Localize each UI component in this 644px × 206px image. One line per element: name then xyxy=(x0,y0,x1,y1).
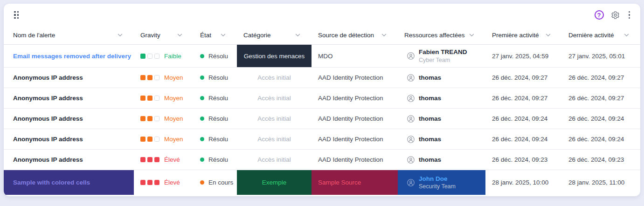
table-body: Email messages removed after deliveryFai… xyxy=(4,45,640,195)
chevron-down-icon[interactable] xyxy=(381,34,387,37)
gravity-square-icon xyxy=(140,54,145,59)
table-row[interactable]: Anonymous IP addressMoyenRésoluAccès ini… xyxy=(4,109,640,129)
settings-button[interactable] xyxy=(611,11,620,20)
resource-name: Fabien TREAND xyxy=(419,48,467,56)
resource-cell: Fabien TREANDCyber Team xyxy=(398,45,485,67)
column-header-last_activity[interactable]: Dernière activité xyxy=(562,26,640,44)
alert-name-cell: Anonymous IP address xyxy=(4,109,134,129)
gravity-label: Élevé xyxy=(164,179,180,186)
gravity-label: Moyen xyxy=(164,74,183,81)
first-activity-cell: 26 déc. 2024, 09:27 xyxy=(485,88,562,108)
user-icon xyxy=(407,136,415,143)
column-header-first_activity[interactable]: Première activité xyxy=(485,26,562,44)
chevron-down-icon[interactable] xyxy=(295,34,300,37)
category-label: Accès initial xyxy=(257,156,291,163)
source-label: AAD Identity Protection xyxy=(318,156,383,163)
status-label: Résolu xyxy=(208,136,228,143)
last-activity-cell: 26 déc. 2024, 09:27 xyxy=(562,68,640,88)
user-icon xyxy=(407,95,415,102)
first-activity-cell: 26 déc. 2024, 09:23 xyxy=(485,150,562,170)
status-dot-icon xyxy=(200,158,204,162)
resource-name: thomas xyxy=(419,156,441,164)
chevron-down-icon[interactable] xyxy=(118,34,123,37)
gravity-square-icon xyxy=(140,137,145,142)
column-header-label: Gravity xyxy=(140,32,160,39)
help-button[interactable]: ? xyxy=(595,10,604,20)
source-cell: AAD Identity Protection xyxy=(312,68,398,88)
table-header: Nom de l'alerteGravityÉtatCatégorieSourc… xyxy=(4,26,640,45)
chevron-down-icon[interactable] xyxy=(177,34,182,37)
column-header-resources[interactable]: Ressources affectées xyxy=(398,26,485,44)
last-activity-cell: 26 déc. 2024, 09:24 xyxy=(562,109,640,129)
question-mark-icon: ? xyxy=(597,12,601,19)
chevron-down-icon[interactable] xyxy=(469,34,474,37)
column-header-status[interactable]: État xyxy=(194,26,237,44)
resource-team: Security Team xyxy=(419,183,456,190)
gravity-square-icon xyxy=(147,96,152,101)
column-header-category[interactable]: Catégorie xyxy=(237,26,312,44)
alert-name-cell: Anonymous IP address xyxy=(4,129,134,149)
status-label: Résolu xyxy=(208,95,228,102)
column-header-gravity[interactable]: Gravity xyxy=(134,26,194,44)
gravity-square-icon xyxy=(147,116,152,121)
gravity-cell: Élevé xyxy=(134,150,194,170)
toolbar: ? xyxy=(4,4,640,26)
alert-name[interactable]: Sample with colored cells xyxy=(13,179,90,186)
table-row[interactable]: Anonymous IP addressÉlevéRésoluAccès ini… xyxy=(4,150,640,170)
column-header-label: État xyxy=(200,32,211,39)
gravity-label: Élevé xyxy=(164,156,180,163)
toolbar-actions: ? xyxy=(595,10,632,20)
alert-name: Anonymous IP address xyxy=(13,136,83,143)
chevron-down-icon[interactable] xyxy=(546,34,551,37)
column-header-name[interactable]: Nom de l'alerte xyxy=(4,26,134,44)
column-header-source[interactable]: Source de détection xyxy=(312,26,398,44)
table-row[interactable]: Sample with colored cellsÉlevéEn coursEx… xyxy=(4,170,640,195)
user-icon xyxy=(407,115,415,123)
source-label: Sample Source xyxy=(318,179,361,186)
source-label: AAD Identity Protection xyxy=(318,136,383,143)
status-dot-icon xyxy=(200,137,204,141)
status-cell: Résolu xyxy=(194,88,237,108)
chevron-down-icon[interactable] xyxy=(624,34,629,37)
gravity-label: Moyen xyxy=(164,95,183,102)
gravity-square-icon xyxy=(147,75,152,80)
resource-text: thomas xyxy=(419,156,441,164)
resource-cell: thomas xyxy=(398,68,485,88)
column-header-label: Ressources affectées xyxy=(404,32,465,39)
gravity-square-icon xyxy=(147,157,152,162)
source-cell: AAD Identity Protection xyxy=(312,129,398,149)
status-cell: Résolu xyxy=(194,129,237,149)
alert-name: Anonymous IP address xyxy=(13,74,83,81)
status-dot-icon xyxy=(200,96,204,100)
resource-name: thomas xyxy=(419,94,441,103)
last-activity-cell: 26 déc. 2024, 09:24 xyxy=(562,129,640,149)
gravity-cell: Faible xyxy=(134,45,194,67)
status-cell: Résolu xyxy=(194,45,237,67)
source-cell: AAD Identity Protection xyxy=(312,150,398,170)
table-row[interactable]: Anonymous IP addressMoyenRésoluAccès ini… xyxy=(4,68,640,88)
first-activity-cell: 27 janv. 2025, 04:59 xyxy=(485,45,562,67)
chevron-down-icon[interactable] xyxy=(221,34,226,37)
alert-name: Anonymous IP address xyxy=(13,95,83,102)
gravity-square-icon xyxy=(154,75,159,80)
resource-text: thomas xyxy=(419,135,441,144)
more-options-button[interactable] xyxy=(627,10,632,20)
last-activity-cell: 27 janv. 2025, 05:01 xyxy=(562,45,640,67)
resource-text: thomas xyxy=(419,115,441,123)
resource-text: thomas xyxy=(419,74,441,82)
drag-handle-icon[interactable] xyxy=(14,11,19,19)
gravity-label: Moyen xyxy=(164,115,183,122)
resource-name: John Doe xyxy=(419,175,456,183)
resource-name: thomas xyxy=(419,115,441,123)
table-row[interactable]: Anonymous IP addressMoyenRésoluAccès ini… xyxy=(4,129,640,150)
resource-name: thomas xyxy=(419,74,441,82)
category-cell: Accès initial xyxy=(237,109,312,129)
table-row[interactable]: Anonymous IP addressMoyenRésoluAccès ini… xyxy=(4,88,640,109)
status-dot-icon xyxy=(200,180,204,185)
resource-cell: thomas xyxy=(398,109,485,129)
category-label: Accès initial xyxy=(257,136,291,143)
status-cell: En cours xyxy=(194,170,237,195)
table-row[interactable]: Email messages removed after deliveryFai… xyxy=(4,45,640,68)
alert-name[interactable]: Email messages removed after delivery xyxy=(13,53,131,60)
category-cell: Exemple xyxy=(237,170,312,195)
